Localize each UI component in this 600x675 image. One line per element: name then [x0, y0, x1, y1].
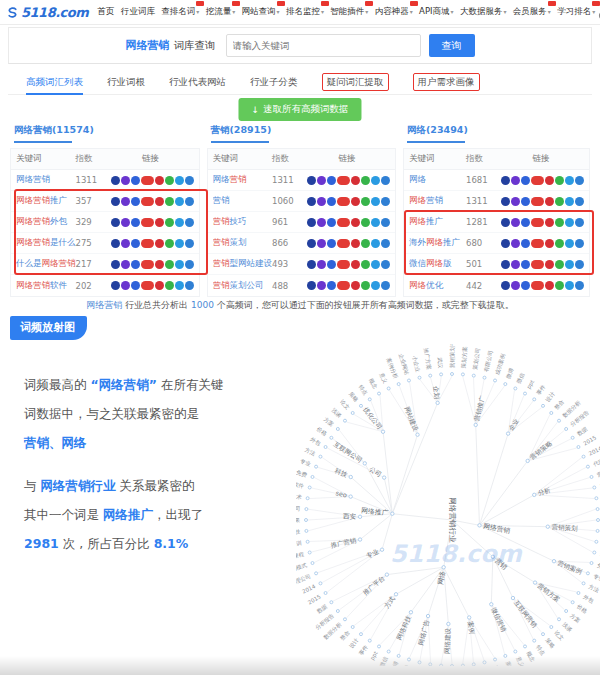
keyword-link[interactable]: 营销策划: [213, 237, 273, 249]
nav-item-0[interactable]: 首页: [98, 6, 115, 18]
link-badge-8-icon[interactable]: [185, 197, 194, 206]
link-badge-8-icon[interactable]: [185, 239, 194, 248]
link-badge-6-icon[interactable]: [555, 176, 564, 185]
current-keyword[interactable]: 网络营销: [126, 38, 170, 53]
nav-item-4[interactable]: 网站查询▾: [242, 6, 280, 18]
link-badge-6-icon[interactable]: [361, 218, 370, 227]
link-badge-3-icon[interactable]: [131, 218, 140, 227]
link-badge-5-icon[interactable]: [545, 218, 554, 227]
keyword-link[interactable]: 网络推广: [409, 216, 466, 228]
link-badge-3-icon[interactable]: [131, 260, 140, 269]
link-badge-6-icon[interactable]: [555, 281, 564, 290]
link-badge-3-icon[interactable]: [327, 218, 336, 227]
keyword-link[interactable]: 网络: [409, 174, 466, 186]
link-badge-4-icon[interactable]: [337, 197, 350, 206]
link-badge-6-icon[interactable]: [361, 239, 370, 248]
link-badge-8-icon[interactable]: [575, 281, 584, 290]
link-badge-1-icon[interactable]: [111, 281, 120, 290]
link-badge-5-icon[interactable]: [351, 197, 360, 206]
nav-item-11[interactable]: 学习排名▾: [557, 6, 595, 18]
link-badge-8-icon[interactable]: [185, 260, 194, 269]
keyword-link[interactable]: 网络营销: [409, 195, 466, 207]
link-badge-4-icon[interactable]: [337, 218, 350, 227]
link-badge-5-icon[interactable]: [351, 239, 360, 248]
link-badge-3-icon[interactable]: [327, 281, 336, 290]
link-badge-2-icon[interactable]: [121, 239, 130, 248]
link-badge-7-icon[interactable]: [565, 239, 574, 248]
link-badge-8-icon[interactable]: [575, 239, 584, 248]
link-badge-4-icon[interactable]: [531, 281, 544, 290]
link-badge-8-icon[interactable]: [381, 281, 390, 290]
link-badge-3-icon[interactable]: [327, 260, 336, 269]
link-badge-3-icon[interactable]: [521, 218, 530, 227]
link-badge-2-icon[interactable]: [317, 197, 326, 206]
link-badge-7-icon[interactable]: [175, 260, 184, 269]
keyword-link[interactable]: 网络营销: [16, 174, 76, 186]
link-badge-1-icon[interactable]: [307, 239, 316, 248]
link-badge-7-icon[interactable]: [371, 239, 380, 248]
link-badge-4-icon[interactable]: [531, 218, 544, 227]
link-badge-3-icon[interactable]: [131, 239, 140, 248]
link-badge-6-icon[interactable]: [165, 197, 174, 206]
link-badge-4-icon[interactable]: [141, 176, 154, 185]
link-badge-8-icon[interactable]: [381, 260, 390, 269]
link-badge-3-icon[interactable]: [521, 176, 530, 185]
link-badge-1-icon[interactable]: [501, 239, 510, 248]
link-badge-2-icon[interactable]: [511, 218, 520, 227]
nav-item-1[interactable]: 行业词库: [121, 6, 155, 18]
link-badge-4-icon[interactable]: [531, 197, 544, 206]
link-badge-8-icon[interactable]: [575, 197, 584, 206]
link-badge-1-icon[interactable]: [111, 218, 120, 227]
link-badge-1-icon[interactable]: [111, 239, 120, 248]
tab-1[interactable]: 行业词根: [107, 70, 145, 95]
link-badge-2-icon[interactable]: [511, 260, 520, 269]
link-badge-1-icon[interactable]: [501, 197, 510, 206]
link-badge-7-icon[interactable]: [565, 176, 574, 185]
search-input[interactable]: [226, 34, 421, 57]
link-badge-4-icon[interactable]: [141, 239, 154, 248]
link-badge-8-icon[interactable]: [575, 260, 584, 269]
link-badge-2-icon[interactable]: [511, 239, 520, 248]
tab-2[interactable]: 行业代表网站: [169, 70, 226, 95]
link-badge-2-icon[interactable]: [317, 176, 326, 185]
link-badge-2-icon[interactable]: [511, 176, 520, 185]
link-badge-2-icon[interactable]: [511, 197, 520, 206]
link-badge-4-icon[interactable]: [531, 239, 544, 248]
link-badge-8-icon[interactable]: [185, 281, 194, 290]
link-badge-3-icon[interactable]: [131, 281, 140, 290]
link-badge-6-icon[interactable]: [361, 260, 370, 269]
link-badge-8-icon[interactable]: [381, 239, 390, 248]
column-title[interactable]: 网络(23494): [403, 124, 590, 137]
link-badge-7-icon[interactable]: [175, 176, 184, 185]
link-badge-8-icon[interactable]: [381, 218, 390, 227]
link-badge-3-icon[interactable]: [327, 176, 336, 185]
link-badge-3-icon[interactable]: [521, 260, 530, 269]
link-badge-8-icon[interactable]: [575, 218, 584, 227]
link-badge-8-icon[interactable]: [381, 176, 390, 185]
link-badge-1-icon[interactable]: [501, 260, 510, 269]
link-badge-4-icon[interactable]: [337, 176, 350, 185]
link-badge-2-icon[interactable]: [121, 281, 130, 290]
extract-all-button[interactable]: ↓ 速取所有高频词数据: [238, 98, 361, 121]
link-badge-7-icon[interactable]: [175, 239, 184, 248]
link-badge-1-icon[interactable]: [307, 218, 316, 227]
link-badge-5-icon[interactable]: [155, 197, 164, 206]
query-button[interactable]: 查询: [429, 34, 475, 57]
link-badge-2-icon[interactable]: [121, 260, 130, 269]
link-badge-1-icon[interactable]: [307, 176, 316, 185]
keyword-link[interactable]: 营销型网站建设: [213, 258, 273, 270]
link-badge-2-icon[interactable]: [121, 176, 130, 185]
nav-item-8[interactable]: API商城▾: [419, 6, 453, 18]
link-badge-6-icon[interactable]: [165, 260, 174, 269]
keyword-link[interactable]: 什么是网络营销: [16, 258, 76, 270]
link-badge-7-icon[interactable]: [175, 218, 184, 227]
link-badge-5-icon[interactable]: [351, 176, 360, 185]
link-badge-8-icon[interactable]: [381, 197, 390, 206]
keyword-link[interactable]: 网络营销: [213, 174, 273, 186]
link-badge-2-icon[interactable]: [317, 239, 326, 248]
link-badge-5-icon[interactable]: [545, 239, 554, 248]
tab-4[interactable]: 疑问词汇提取: [322, 73, 389, 91]
site-logo[interactable]: 5118.com: [6, 5, 88, 20]
link-badge-7-icon[interactable]: [371, 197, 380, 206]
link-badge-1-icon[interactable]: [307, 260, 316, 269]
